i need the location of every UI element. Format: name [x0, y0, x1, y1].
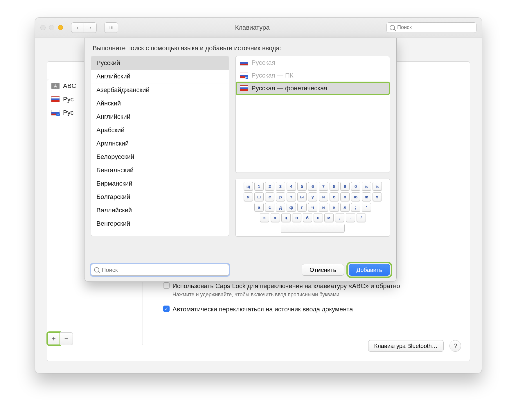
flag-ru-pc-icon [51, 110, 60, 116]
key: в [292, 213, 301, 222]
key: ; [351, 203, 360, 211]
key: д [276, 203, 285, 211]
add-button[interactable]: Добавить [349, 264, 390, 276]
layout-label: Русская — ПК [251, 72, 294, 79]
key: й [319, 203, 328, 211]
language-item[interactable]: Венгерский [91, 217, 229, 230]
flag-ru-icon [240, 60, 248, 66]
chevron-left-icon: ‹ [77, 24, 79, 31]
capslock-checkbox[interactable] [163, 282, 170, 289]
language-item[interactable]: Валлийский [91, 204, 229, 217]
key: 5 [297, 182, 307, 191]
key: у [308, 192, 317, 201]
language-item[interactable]: Азербайджанский [91, 83, 229, 97]
autoswitch-checkbox[interactable]: ✓ [163, 306, 170, 312]
key: з [260, 213, 269, 222]
source-label: Рус [63, 109, 73, 116]
key: ш [254, 192, 264, 201]
key: ю [351, 192, 360, 201]
nav-buttons: ‹ › [71, 22, 97, 33]
key: ы [297, 192, 307, 201]
window-title: Клавиатура [122, 24, 382, 31]
language-item[interactable]: Армянский [91, 137, 229, 150]
key: ж [362, 192, 371, 201]
help-icon: ? [454, 342, 457, 350]
key: 3 [276, 182, 285, 191]
search-icon [94, 267, 99, 272]
key: 0 [351, 182, 360, 191]
key: с [265, 203, 274, 211]
grid-icon: ⁝⁝⁝ [109, 25, 114, 30]
language-item[interactable]: Арабский [91, 123, 229, 137]
toolbar-search-input[interactable] [397, 24, 473, 30]
autoswitch-label: Автоматически переключаться на источник … [172, 306, 353, 313]
add-source-button[interactable]: + [47, 332, 60, 345]
capslock-checkbox-row: Использовать Caps Lock для переключения … [163, 282, 400, 298]
language-item[interactable]: Бирманский [91, 177, 229, 190]
zoom-window-icon[interactable] [58, 25, 63, 30]
key: я [244, 192, 253, 201]
sheet-search-input[interactable] [102, 267, 226, 273]
key: н [314, 213, 323, 222]
back-button[interactable]: ‹ [71, 22, 84, 33]
key: 2 [265, 182, 274, 191]
language-list[interactable]: Русский Английский АзербайджанскийАйнски… [91, 56, 229, 236]
sheet-prompt: Выполните поиск с помощью языка и добавь… [84, 38, 396, 56]
key: щ [244, 182, 253, 191]
traffic-lights [40, 25, 63, 30]
flag-ru-icon [51, 96, 60, 102]
key: 7 [319, 182, 328, 191]
cancel-button[interactable]: Отменить [302, 264, 344, 276]
search-icon [390, 25, 395, 30]
language-item[interactable]: Русский [91, 56, 229, 70]
language-item[interactable]: Английский [91, 110, 229, 123]
key: ' [362, 203, 371, 211]
key: / [357, 213, 366, 222]
bluetooth-keyboard-button[interactable]: Клавиатура Bluetooth… [368, 340, 444, 352]
language-item[interactable]: Бенгальский [91, 164, 229, 177]
source-label: Рус [63, 96, 73, 103]
key: т [287, 192, 296, 201]
key: ф [287, 203, 296, 211]
key: и [319, 192, 328, 201]
key: а [254, 203, 264, 211]
chevron-right-icon: › [89, 24, 91, 31]
key: ь [362, 182, 371, 191]
layout-row[interactable]: Русская — ПК [236, 69, 390, 82]
sheet-search[interactable] [91, 264, 229, 276]
key: г [297, 203, 307, 211]
language-item[interactable]: Айнский [91, 97, 229, 110]
key: п [340, 192, 350, 201]
add-input-source-sheet: Выполните поиск с помощью языка и добавь… [84, 38, 397, 282]
close-window-icon[interactable] [40, 25, 46, 30]
forward-button[interactable]: › [84, 22, 97, 33]
source-label: ABC [63, 82, 76, 90]
minus-icon: − [64, 335, 68, 343]
help-button[interactable]: ? [449, 340, 461, 352]
key: о [330, 192, 339, 201]
language-item[interactable]: Белорусский [91, 150, 229, 164]
toolbar-search[interactable] [386, 22, 476, 33]
show-all-button[interactable]: ⁝⁝⁝ [104, 22, 118, 33]
add-remove-buttons: + − [47, 332, 73, 345]
plus-icon: + [52, 335, 56, 343]
keyboard-preview: щ1234567890ьъяшертыуиопюжэасдфгчйкл;'зхц… [235, 179, 390, 237]
spacebar-key [281, 224, 345, 232]
remove-source-button[interactable]: − [60, 332, 73, 345]
language-item[interactable]: Английский [91, 70, 229, 83]
layout-row[interactable]: Русская — фонетическая [236, 82, 390, 95]
key: . [346, 213, 355, 222]
key: 6 [308, 182, 317, 191]
minimize-window-icon[interactable] [49, 25, 54, 30]
key: 8 [330, 182, 339, 191]
key: л [340, 203, 350, 211]
layout-label: Русская [251, 59, 275, 67]
abc-icon: A [51, 83, 60, 89]
layout-list[interactable]: РусскаяРусская — ПКРусская — фонетическа… [235, 56, 390, 173]
language-item[interactable]: Болгарский [91, 190, 229, 204]
key: ъ [373, 182, 382, 191]
flag-ru-pc-icon [240, 73, 248, 78]
key: р [276, 192, 285, 201]
layout-row[interactable]: Русская [236, 56, 390, 69]
flag-ru-icon [240, 85, 248, 91]
